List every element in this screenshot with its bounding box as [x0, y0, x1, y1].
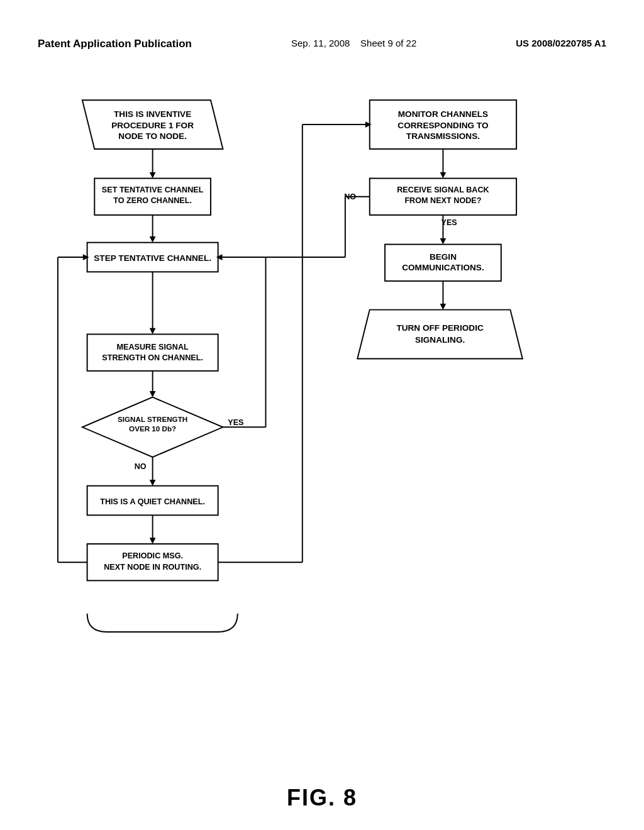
svg-marker-19 — [150, 391, 156, 397]
svg-text:TRANSMISSIONS.: TRANSMISSIONS. — [406, 131, 480, 141]
svg-marker-14 — [150, 328, 156, 335]
svg-marker-51 — [440, 172, 447, 179]
svg-text:FROM NEXT NODE?: FROM NEXT NODE? — [404, 196, 481, 205]
svg-marker-61 — [440, 238, 447, 245]
svg-rect-15 — [87, 335, 218, 371]
svg-text:STEP TENTATIVE CHANNEL.: STEP TENTATIVE CHANNEL. — [94, 253, 211, 263]
svg-text:PERIODIC MSG.: PERIODIC MSG. — [122, 551, 183, 560]
svg-text:OVER 10 Db?: OVER 10 Db? — [129, 424, 176, 433]
svg-text:NODE TO NODE.: NODE TO NODE. — [118, 131, 187, 141]
svg-text:STRENGTH ON CHANNEL.: STRENGTH ON CHANNEL. — [102, 353, 203, 362]
svg-text:YES: YES — [228, 418, 243, 427]
page-header: Patent Application Publication Sep. 11, … — [0, 38, 644, 50]
svg-text:THIS IS INVENTIVE: THIS IS INVENTIVE — [114, 109, 191, 119]
date-sheet-label: Sep. 11, 2008 Sheet 9 of 22 — [291, 38, 416, 48]
svg-marker-66 — [440, 304, 447, 310]
svg-marker-10 — [150, 236, 156, 243]
svg-marker-5 — [150, 172, 156, 179]
svg-text:COMMUNICATIONS.: COMMUNICATIONS. — [402, 263, 484, 272]
svg-text:PROCEDURE 1 FOR: PROCEDURE 1 FOR — [111, 121, 194, 130]
figure-label: FIG. 8 — [287, 785, 357, 811]
svg-text:THIS IS A QUIET CHANNEL.: THIS IS A QUIET CHANNEL. — [100, 497, 205, 506]
date-label: Sep. 11, 2008 — [291, 38, 350, 48]
sheet-label: Sheet 9 of 22 — [360, 38, 416, 48]
publication-label: Patent Application Publication — [38, 38, 192, 50]
svg-text:SET TENTATIVE CHANNEL: SET TENTATIVE CHANNEL — [102, 185, 204, 194]
svg-marker-34 — [150, 538, 156, 544]
svg-text:TO ZERO CHANNEL.: TO ZERO CHANNEL. — [113, 196, 192, 205]
svg-text:NO: NO — [135, 462, 147, 471]
page: Patent Application Publication Sep. 11, … — [0, 0, 644, 830]
svg-marker-30 — [150, 480, 156, 486]
svg-text:TURN OFF PERIODIC: TURN OFF PERIODIC — [396, 323, 484, 333]
svg-text:BEGIN: BEGIN — [430, 252, 457, 262]
svg-text:SIGNALING.: SIGNALING. — [415, 335, 465, 345]
flowchart-diagram: THIS IS INVENTIVE PROCEDURE 1 FOR NODE T… — [31, 82, 610, 742]
patent-number-label: US 2008/0220785 A1 — [516, 38, 606, 48]
svg-text:SIGNAL STRENGTH: SIGNAL STRENGTH — [118, 415, 187, 423]
svg-marker-67 — [357, 310, 523, 359]
svg-text:MONITOR CHANNELS: MONITOR CHANNELS — [398, 109, 488, 119]
svg-text:CORRESPONDING TO: CORRESPONDING TO — [397, 121, 489, 130]
svg-text:NEXT NODE IN ROUTING.: NEXT NODE IN ROUTING. — [104, 563, 201, 572]
svg-text:MEASURE SIGNAL: MEASURE SIGNAL — [116, 343, 189, 351]
svg-text:RECEIVE SIGNAL BACK: RECEIVE SIGNAL BACK — [397, 185, 489, 194]
